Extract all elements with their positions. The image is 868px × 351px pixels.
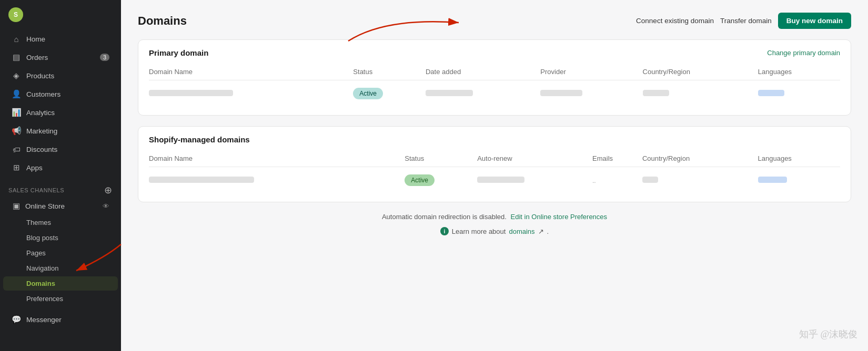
status-badge: Active — [405, 174, 435, 186]
shopify-domains-card-header: Shopify-managed domains — [138, 127, 851, 150]
country-blur — [643, 90, 669, 96]
main-nav: ⌂ Home ▤ Orders 3 ◈ Products 👤 Customers… — [0, 27, 121, 179]
online-store-icon: ▣ — [12, 201, 21, 211]
sidebar: S ⌂ Home ▤ Orders 3 ◈ Products 👤 Custome… — [0, 0, 121, 351]
shopify-domain-languages-cell — [758, 167, 840, 194]
analytics-icon: 📊 — [12, 108, 21, 117]
status-badge: Active — [353, 88, 383, 99]
buy-new-domain-button[interactable]: Buy new domain — [778, 13, 851, 29]
messenger-icon: 💬 — [12, 315, 21, 324]
sidebar-item-messenger[interactable]: 💬 Messenger — [3, 311, 118, 328]
sales-channels-label: SALES CHANNELS ⊕ — [0, 179, 121, 197]
col-domain-name: Domain Name — [149, 64, 353, 80]
arrow-decoration-sidebar — [121, 242, 126, 280]
sidebar-item-orders[interactable]: ▤ Orders 3 — [3, 48, 118, 66]
orders-badge: 3 — [100, 54, 109, 61]
primary-domain-provider-cell — [540, 80, 642, 107]
col-status: Status — [405, 150, 477, 167]
emails-dots: .. — [592, 177, 596, 184]
sidebar-item-label: Discounts — [26, 146, 57, 153]
learn-more-domains-link[interactable]: domains — [509, 228, 534, 235]
sidebar-item-label: Home — [26, 35, 45, 43]
page-title: Domains — [138, 14, 187, 28]
shopify-domain-country-cell — [642, 167, 758, 194]
sidebar-item-label: Products — [26, 72, 54, 80]
sidebar-item-online-store[interactable]: ▣ Online Store 👁 — [3, 198, 118, 214]
home-icon: ⌂ — [12, 34, 21, 44]
sidebar-item-analytics[interactable]: 📊 Analytics — [3, 104, 118, 121]
sidebar-item-preferences[interactable]: Preferences — [3, 292, 118, 306]
domain-name-blur — [149, 90, 233, 96]
orders-icon: ▤ — [12, 53, 21, 62]
sidebar-item-apps[interactable]: ⊞ Apps — [3, 159, 118, 177]
sidebar-item-label: Orders — [26, 54, 48, 61]
sidebar-item-home[interactable]: ⌂ Home — [3, 30, 118, 48]
sidebar-logo: S — [0, 0, 121, 27]
sidebar-item-label: Analytics — [26, 109, 55, 117]
sidebar-item-label: Apps — [26, 164, 43, 172]
add-sales-channel-button[interactable]: ⊕ — [104, 185, 113, 195]
col-status: Status — [353, 64, 426, 80]
primary-domain-country-cell — [643, 80, 758, 107]
learn-more-section: i Learn more about domains ↗ . — [138, 227, 851, 235]
shopify-domains-table: Domain Name Status Auto-renew Emails Cou… — [149, 150, 840, 193]
shopify-domain-autorenew-cell — [477, 167, 592, 194]
shopify-domain-emails-cell: .. — [592, 167, 642, 194]
primary-domain-title: Primary domain — [149, 48, 208, 57]
edit-preferences-link[interactable]: Edit in Online store Preferences — [511, 213, 608, 221]
primary-domain-languages-cell — [758, 80, 840, 107]
page-header: Domains Connect existing domain Transfer… — [138, 13, 851, 29]
primary-domain-table: Domain Name Status Date added Provider C… — [149, 64, 840, 107]
sidebar-item-navigation[interactable]: Navigation — [3, 261, 118, 275]
shopify-logo: S — [8, 7, 23, 22]
sidebar-item-customers[interactable]: 👤 Customers — [3, 85, 118, 103]
col-auto-renew: Auto-renew — [477, 150, 592, 167]
shopify-domain-status-cell: Active — [405, 167, 477, 194]
col-emails: Emails — [592, 150, 642, 167]
sidebar-item-pages[interactable]: Pages — [3, 246, 118, 260]
languages-blur — [758, 177, 787, 183]
primary-domain-edit-link[interactable] — [758, 90, 784, 98]
sidebar-item-domains[interactable]: Domains — [3, 276, 118, 291]
shopify-domains-header-row: Domain Name Status Auto-renew Emails Cou… — [149, 150, 840, 167]
sidebar-item-blog-posts[interactable]: Blog posts — [3, 231, 118, 245]
change-primary-domain-link[interactable]: Change primary domain — [767, 49, 840, 57]
transfer-domain-button[interactable]: Transfer domain — [720, 17, 772, 25]
primary-domain-card: Primary domain Change primary domain Dom… — [138, 39, 851, 116]
discounts-icon: 🏷 — [12, 144, 21, 154]
date-blur — [426, 90, 473, 96]
col-date-added: Date added — [426, 64, 540, 80]
footer-redirection-note: Automatic domain redirection is disabled… — [138, 213, 851, 221]
primary-domain-table-wrap: Domain Name Status Date added Provider C… — [138, 64, 851, 115]
autorenew-blur — [477, 177, 524, 183]
primary-domain-status-cell: Active — [353, 80, 426, 107]
arrow-svg-sidebar — [121, 242, 126, 278]
shopify-domains-title: Shopify-managed domains — [149, 135, 250, 144]
online-store-label: Online Store — [25, 202, 65, 210]
table-row: Active — [149, 80, 840, 107]
apps-icon: ⊞ — [12, 163, 21, 172]
col-country-region: Country/Region — [643, 64, 758, 80]
products-icon: ◈ — [12, 71, 21, 80]
shopify-domain-name-cell — [149, 167, 405, 194]
customers-icon: 👤 — [12, 89, 21, 99]
sidebar-item-themes[interactable]: Themes — [3, 215, 118, 230]
sidebar-item-label: Marketing — [26, 127, 57, 135]
main-content: Domains Connect existing domain Transfer… — [121, 0, 868, 351]
sidebar-item-marketing[interactable]: 📢 Marketing — [3, 122, 118, 140]
shopify-domain-blur — [149, 177, 254, 183]
connect-existing-domain-button[interactable]: Connect existing domain — [636, 17, 714, 25]
col-languages: Languages — [758, 64, 840, 80]
shopify-domains-card: Shopify-managed domains Domain Name Stat… — [138, 126, 851, 202]
table-row: Active .. — [149, 167, 840, 194]
info-icon: i — [440, 227, 449, 235]
shopify-domains-table-wrap: Domain Name Status Auto-renew Emails Cou… — [138, 150, 851, 202]
header-actions: Connect existing domain Transfer domain … — [636, 13, 851, 29]
country-blur-sm — [642, 177, 658, 183]
col-country-region: Country/Region — [642, 150, 758, 167]
eye-icon: 👁 — [103, 202, 109, 210]
sidebar-item-products[interactable]: ◈ Products — [3, 67, 118, 85]
primary-domain-date-cell — [426, 80, 540, 107]
primary-domain-card-header: Primary domain Change primary domain — [138, 40, 851, 64]
sidebar-item-discounts[interactable]: 🏷 Discounts — [3, 140, 118, 158]
